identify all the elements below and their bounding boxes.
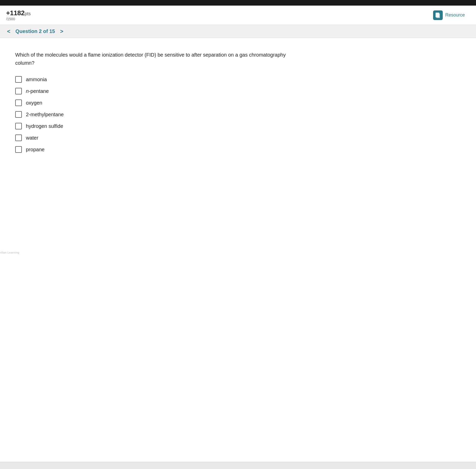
checkbox-propane[interactable] [15, 146, 22, 153]
answer-list: ammonia n-pentane oxygen 2-methylpentane… [15, 76, 461, 153]
list-item: water [15, 135, 461, 141]
list-item: 2-methylpentane [15, 111, 461, 118]
answer-label-water: water [26, 135, 38, 141]
answer-label-propane: propane [26, 147, 44, 153]
checkbox-hydrogen-sulfide[interactable] [15, 123, 22, 129]
list-item: oxygen [15, 99, 461, 106]
answer-label-ammonia: ammonia [26, 77, 47, 82]
points-value: +1182pts [6, 9, 31, 17]
question-label: Question 2 of 15 [15, 28, 55, 34]
answer-label-hydrogen-sulfide: hydrogen sulfide [26, 123, 63, 129]
points-total: /1500 [6, 17, 31, 21]
points-suffix: pts [25, 11, 31, 16]
resources-label: Resource [445, 12, 465, 18]
resource-icon [433, 10, 443, 20]
checkbox-n-pentane[interactable] [15, 88, 22, 94]
resources-button[interactable]: Resource [433, 10, 470, 20]
bottom-bar [0, 462, 476, 469]
list-item: propane [15, 146, 461, 153]
list-item: hydrogen sulfide [15, 123, 461, 129]
next-question-button[interactable]: > [58, 27, 65, 36]
list-item: n-pentane [15, 88, 461, 94]
svg-rect-1 [436, 13, 440, 18]
checkbox-water[interactable] [15, 135, 22, 141]
list-item: ammonia [15, 76, 461, 83]
top-bar [0, 0, 476, 6]
checkbox-oxygen[interactable] [15, 99, 22, 106]
question-text: Which of the molecules would a flame ion… [15, 51, 295, 67]
nav-bar: < Question 2 of 15 > [0, 25, 476, 38]
checkbox-ammonia[interactable] [15, 76, 22, 83]
prev-question-button[interactable]: < [5, 27, 12, 36]
answer-label-oxygen: oxygen [26, 100, 42, 106]
checkbox-2-methylpentane[interactable] [15, 111, 22, 118]
answer-label-2-methylpentane: 2-methylpentane [26, 112, 64, 118]
watermark: © Macmillan Learning [0, 251, 19, 254]
header: +1182pts /1500 Resource [0, 6, 476, 25]
main-content: © Macmillan Learning Which of the molecu… [0, 38, 476, 467]
answer-label-n-pentane: n-pentane [26, 88, 49, 94]
points-number: +1182 [6, 9, 25, 17]
points-section: +1182pts /1500 [6, 9, 31, 21]
